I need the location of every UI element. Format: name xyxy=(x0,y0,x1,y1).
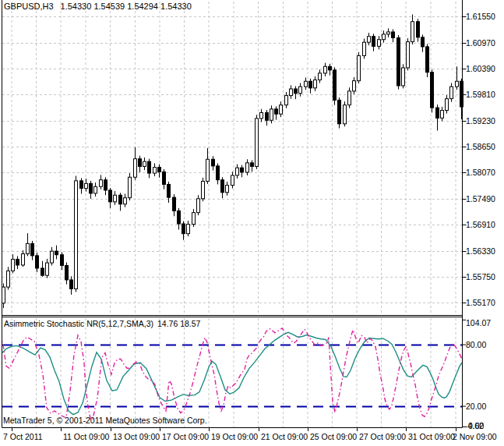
price-tick-label: 1.59810 xyxy=(466,90,495,99)
price-tick-label: 1.60390 xyxy=(466,64,495,73)
price-tick-label: 1.59230 xyxy=(466,116,495,126)
copyright-label: MetaTrader 5, © 2001-2011 MetaQuotes Sof… xyxy=(3,416,207,425)
time-tick-label: 11 Oct 09:00 xyxy=(63,432,109,441)
indicator-scale-label: 20.00 xyxy=(466,402,486,411)
time-tick-label: 31 Oct 09:00 xyxy=(408,432,455,441)
time-tick-label: 25 Oct 09:00 xyxy=(310,432,357,441)
symbol-period-label: GBPUSD,H3 xyxy=(4,2,54,11)
time-tick-label: 17 Oct 09:00 xyxy=(162,432,209,441)
indicator-values: 14.76 18.57 xyxy=(157,319,200,328)
main-plot-region[interactable] xyxy=(2,0,463,315)
price-tick-label: 1.58070 xyxy=(466,168,495,177)
time-tick-label: 27 Oct 09:00 xyxy=(359,432,406,441)
price-tick-label: 1.61550 xyxy=(466,12,495,21)
price-tick-label: 1.60970 xyxy=(466,38,495,48)
indicator-plot-region[interactable] xyxy=(2,317,463,427)
indicator-label: Asimmetric Stochastic NR(5,12,7,SMA,3)14… xyxy=(4,319,200,328)
price-tick-label: 1.55750 xyxy=(466,272,495,281)
price-tick-label: 1.58650 xyxy=(466,142,495,151)
price-tick-label: 1.56330 xyxy=(466,246,495,256)
price-tick-label: 1.57490 xyxy=(466,194,495,204)
price-tick-label: 1.56910 xyxy=(466,220,495,229)
ohlc-values: 1.54330 1.54539 1.54294 1.54330 xyxy=(61,2,192,11)
indicator-name: Asimmetric Stochastic NR(5,12,7,SMA,3) xyxy=(4,319,153,328)
time-tick-label: 7 Oct 2011 xyxy=(3,432,43,441)
indicator-axis[interactable]: 104.0780.0020.000.00-4.62 xyxy=(463,315,504,430)
time-tick-label: 19 Oct 09:00 xyxy=(211,432,258,441)
indicator-scale-label: 104.07 xyxy=(466,318,491,327)
chart-header: GBPUSD,H31.54330 1.54539 1.54294 1.54330 xyxy=(4,2,192,11)
time-tick-label: 21 Oct 09:00 xyxy=(261,432,308,441)
time-axis[interactable]: 7 Oct 201111 Oct 09:0013 Oct 09:0017 Oct… xyxy=(0,428,504,446)
price-tick-label: 1.55170 xyxy=(466,298,495,307)
time-tick-label: 2 Nov 09:00 xyxy=(453,432,497,441)
metatrader-chart-window: 1.615501.609701.603901.598101.592301.586… xyxy=(0,0,504,446)
time-tick-label: 13 Oct 09:00 xyxy=(113,432,160,441)
indicator-scale-label: 80.00 xyxy=(466,340,486,349)
